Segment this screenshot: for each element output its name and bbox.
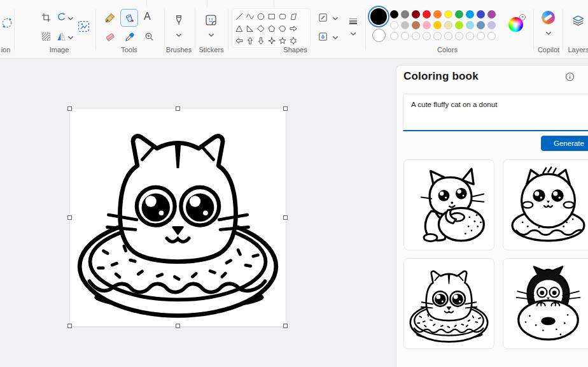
chevron-down-icon[interactable] (332, 36, 339, 40)
selection-handle-ne[interactable] (283, 106, 288, 111)
selection-handle-se[interactable] (283, 324, 288, 328)
shape-diamond[interactable] (255, 22, 266, 34)
palette-empty-slot[interactable] (487, 32, 496, 40)
selection-handle-w[interactable] (67, 215, 72, 220)
shape-callout-round[interactable] (255, 47, 266, 48)
chevron-down-icon[interactable] (350, 32, 356, 36)
shape-heart[interactable] (266, 47, 277, 48)
palette-color-swatch[interactable] (423, 21, 431, 29)
palette-color-swatch[interactable] (390, 10, 398, 18)
shape-arrow-right[interactable] (288, 22, 298, 34)
thumbnail-cat-hugging-donut[interactable] (403, 159, 494, 250)
palette-empty-slot[interactable] (412, 32, 420, 40)
color1-swatch-selected[interactable] (370, 8, 387, 25)
shape-curve[interactable] (244, 10, 255, 22)
palette-color-swatch[interactable] (487, 21, 496, 29)
generate-button[interactable]: Generate (541, 136, 588, 151)
palette-empty-slot[interactable] (423, 32, 431, 40)
palette-color-swatch[interactable] (412, 10, 420, 18)
shape-arrow-up[interactable] (244, 34, 255, 47)
selection-handle-nw[interactable] (67, 106, 72, 111)
selection-handle-e[interactable] (283, 215, 288, 220)
shape-callout-rect[interactable] (234, 47, 244, 48)
shape-star-6[interactable] (288, 34, 298, 47)
palette-empty-slot[interactable] (433, 32, 442, 40)
stroke-size-icon[interactable] (347, 15, 359, 27)
chevron-down-icon[interactable] (545, 31, 552, 35)
palette-color-swatch[interactable] (455, 10, 463, 18)
shape-polygon[interactable] (288, 10, 298, 22)
thumbnail-fluffy-round-cat-on-donut[interactable] (503, 159, 588, 250)
selection-handle-n[interactable] (176, 106, 180, 111)
crop-icon[interactable] (41, 12, 52, 23)
thumbnail-tuxedo-cat-behind-donut[interactable] (503, 258, 588, 349)
palette-empty-slot[interactable] (390, 32, 398, 40)
shape-hexagon[interactable] (277, 22, 288, 34)
shape-callout-oval[interactable] (244, 47, 255, 48)
selection-handle-s[interactable] (176, 324, 180, 328)
shape-rectangle[interactable] (266, 10, 277, 22)
shape-pentagon[interactable] (266, 22, 277, 34)
shape-star-5[interactable] (277, 34, 288, 47)
shape-oval[interactable] (255, 10, 266, 22)
magnifier-icon[interactable] (144, 31, 155, 42)
palette-empty-slot[interactable] (466, 32, 474, 40)
chevron-down-icon[interactable] (176, 33, 182, 37)
chevron-down-icon[interactable] (208, 33, 214, 37)
resize-icon[interactable] (77, 20, 90, 33)
palette-color-swatch[interactable] (423, 10, 431, 18)
shape-arrow-left[interactable] (234, 34, 244, 47)
thumbnail-cat-head-in-donut[interactable] (403, 258, 494, 349)
shape-line[interactable] (234, 10, 244, 22)
section-label-colors: Colors (437, 46, 458, 54)
palette-color-swatch[interactable] (433, 21, 442, 29)
palette-color-swatch[interactable] (444, 10, 452, 18)
palette-color-swatch[interactable] (455, 21, 463, 29)
shape-outline-icon[interactable] (318, 12, 328, 23)
add-color-icon[interactable]: + (519, 14, 526, 20)
palette-color-swatch[interactable] (466, 21, 474, 29)
color-picker-icon[interactable] (124, 31, 136, 43)
palette-color-swatch[interactable] (466, 10, 474, 18)
info-icon[interactable] (564, 71, 575, 82)
shapes-grid (232, 8, 311, 48)
shape-right-triangle[interactable] (244, 22, 255, 34)
palette-color-swatch[interactable] (433, 10, 442, 18)
selection-handle-sw[interactable] (67, 324, 72, 328)
eraser-icon[interactable] (104, 31, 116, 43)
palette-color-swatch[interactable] (477, 10, 485, 18)
brush-icon[interactable] (172, 13, 185, 28)
rotate-selection-icon[interactable] (1, 17, 13, 29)
fill-tool-selected[interactable] (120, 9, 138, 27)
shape-arrow-down[interactable] (255, 34, 266, 47)
palette-color-swatch[interactable] (390, 21, 398, 29)
shape-rounded-rectangle[interactable] (277, 10, 288, 22)
palette-color-swatch[interactable] (401, 21, 409, 29)
palette-color-swatch[interactable] (401, 10, 409, 18)
palette-empty-slot[interactable] (444, 32, 452, 40)
palette-color-swatch[interactable] (444, 21, 452, 29)
layers-icon[interactable] (571, 14, 585, 27)
pencil-icon[interactable] (104, 12, 116, 24)
chevron-down-icon[interactable] (332, 17, 339, 20)
shape-triangle[interactable] (234, 22, 244, 34)
shape-fill-icon[interactable] (318, 31, 328, 42)
palette-empty-slot[interactable] (477, 32, 485, 40)
copilot-icon[interactable] (542, 11, 555, 24)
chevron-down-icon[interactable] (67, 17, 74, 20)
sticker-icon[interactable] (204, 13, 218, 27)
text-tool-icon[interactable]: A (144, 11, 151, 22)
canvas[interactable] (70, 109, 286, 326)
shape-star-4[interactable] (266, 34, 277, 47)
palette-empty-slot[interactable] (401, 32, 409, 40)
select-icon[interactable] (41, 31, 52, 42)
palette-empty-slot[interactable] (455, 32, 463, 40)
chevron-down-icon[interactable] (67, 36, 74, 40)
palette-color-swatch[interactable] (477, 21, 485, 29)
flip-icon[interactable] (56, 31, 67, 42)
prompt-input[interactable]: A cute fluffy cat on a donut (403, 94, 588, 131)
rotate-icon[interactable] (56, 12, 67, 23)
palette-color-swatch[interactable] (487, 10, 496, 18)
color2-swatch[interactable] (372, 29, 386, 42)
palette-color-swatch[interactable] (412, 21, 420, 29)
